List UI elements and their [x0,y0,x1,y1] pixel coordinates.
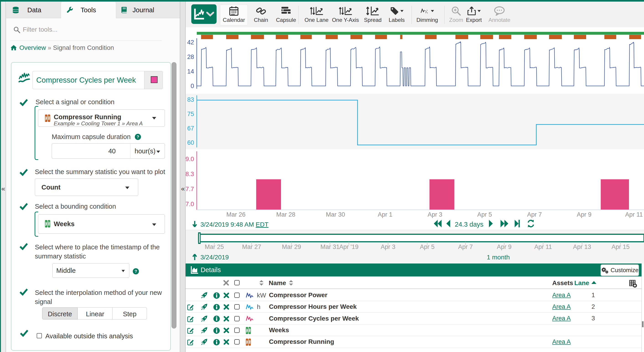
svg-text:Mar 30: Mar 30 [326,211,345,218]
svg-text:?: ? [137,134,139,139]
svg-text:Apr '19: Apr '19 [339,244,359,250]
svg-text:0: 0 [190,83,194,89]
svg-text:Apr 1: Apr 1 [378,211,392,218]
svg-text:7.7: 7.7 [186,186,194,193]
svg-text:Apr 15: Apr 15 [612,244,630,250]
svg-text:Apr 11: Apr 11 [534,244,552,250]
svg-text:Mar 27: Mar 27 [242,244,261,250]
svg-text:28: 28 [187,53,194,60]
svg-text:60: 60 [187,139,194,146]
svg-text:?: ? [134,269,137,274]
svg-text:Mar 29: Mar 29 [282,244,301,250]
svg-text:Mar 26: Mar 26 [226,211,246,218]
svg-text:83: 83 [187,96,194,103]
svg-text:Apr 11: Apr 11 [625,211,643,218]
svg-text:9.0: 9.0 [186,156,194,162]
svg-text:24.3 days: 24.3 days [455,221,484,228]
svg-text:Apr 5: Apr 5 [477,211,492,218]
svg-text:Apr 3: Apr 3 [381,244,396,250]
svg-text:Mar 28: Mar 28 [276,211,295,218]
svg-text:Apr 7: Apr 7 [458,244,473,250]
svg-text:42: 42 [187,39,194,46]
svg-text:Mar 31: Mar 31 [320,244,340,250]
svg-text:Apr 7: Apr 7 [527,211,542,218]
svg-text:Apr 3: Apr 3 [428,211,442,218]
svg-text:Apr 9: Apr 9 [577,211,592,218]
svg-text:14: 14 [187,68,194,75]
svg-text:Apr 5: Apr 5 [420,244,435,250]
svg-text:3/24/2019 9:48 AM EDT: 3/24/2019 9:48 AM EDT [200,221,268,228]
svg-text:67: 67 [187,125,194,132]
svg-text:Apr 13: Apr 13 [573,244,591,250]
svg-text:75: 75 [187,111,194,117]
svg-text:3/24/2019: 3/24/2019 [200,254,229,261]
svg-text:1 month: 1 month [487,254,510,261]
svg-text:Apr 9: Apr 9 [497,244,512,250]
svg-text:7.0: 7.0 [186,201,194,208]
svg-text:Mar 25: Mar 25 [205,244,224,250]
svg-text:8.3: 8.3 [186,171,194,177]
